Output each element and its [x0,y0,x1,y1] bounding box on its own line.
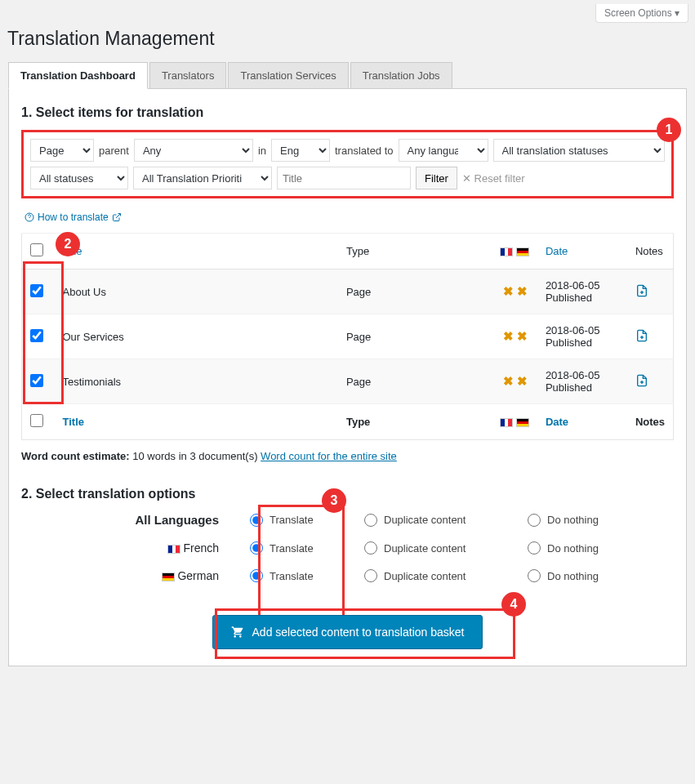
french-nothing-radio[interactable]: Do nothing [528,541,658,555]
status-fr-icon: ✖ [503,329,514,343]
french-translate-radio[interactable]: Translate [250,541,364,555]
flag-de-icon [162,572,175,581]
filter-parent-select[interactable]: Any [134,139,253,162]
callout-3: 3 [322,488,346,513]
notes-icon[interactable] [635,284,648,297]
th-type: Type [338,234,488,270]
all-translate-radio[interactable]: Translate [250,514,364,527]
german-translate-radio[interactable]: Translate [250,569,364,582]
lang-german-label: German [21,569,250,582]
flag-de-icon [516,247,529,256]
callout-4: 4 [501,592,526,617]
screen-options-label: Screen Options [604,7,672,19]
table-row: About Us Page ✖✖ 2018-06-05Published [22,270,674,314]
german-duplicate-radio[interactable]: Duplicate content [364,569,528,582]
all-duplicate-radio[interactable]: Duplicate content [364,514,528,527]
row-type: Page [338,270,488,314]
filters-panel: 1 Page parent Any in English translated … [21,130,674,198]
word-count: Word count estimate: 10 words in 3 docum… [21,450,674,462]
th-title-footer[interactable]: Title [63,416,85,428]
row-date: 2018-06-05Published [537,270,627,314]
select-all-checkbox[interactable] [30,243,43,256]
status-fr-icon: ✖ [503,284,514,298]
translation-options-grid: All Languages Translate Duplicate conten… [21,513,674,582]
how-to-translate-link[interactable]: How to translate [21,207,674,233]
section-2-title: 2. Select translation options [21,487,674,501]
row-date: 2018-06-05Published [537,359,627,404]
row-title: About Us [55,270,338,314]
filter-button[interactable]: Filter [416,167,457,189]
row-title: Our Services [55,314,338,359]
th-notes: Notes [627,234,674,270]
row-checkbox[interactable] [30,374,43,387]
flag-fr-icon [500,247,513,256]
items-table: Title Type Date Notes About Us Page ✖✖ 2… [21,233,674,440]
tabs: Translation Dashboard Translators Transl… [8,62,687,89]
th-notes-footer: Notes [627,404,674,440]
all-nothing-radio[interactable]: Do nothing [528,514,658,527]
filter-title-input[interactable] [277,167,411,189]
label-translated-to: translated to [335,145,394,157]
section-1-title: 1. Select items for translation [21,105,674,120]
lang-all-label: All Languages [21,513,250,527]
row-type: Page [338,314,488,359]
callout-2: 2 [56,232,80,256]
screen-options-button[interactable]: Screen Options ▾ [595,4,688,23]
tab-translators[interactable]: Translators [149,62,227,88]
filter-source-lang-select[interactable]: English [271,139,330,162]
page-title: Translation Management [0,23,695,62]
notes-icon[interactable] [635,329,648,342]
th-type-footer: Type [338,404,488,440]
status-de-icon: ✖ [517,284,528,298]
status-fr-icon: ✖ [503,374,514,388]
row-title: Testimonials [55,359,338,404]
lang-french-label: French [21,541,250,555]
cart-icon [231,626,244,639]
status-de-icon: ✖ [517,374,528,388]
row-checkbox[interactable] [30,284,43,297]
row-date: 2018-06-05Published [537,314,627,359]
row-type: Page [338,359,488,404]
callout-1: 1 [657,118,681,142]
th-date-footer[interactable]: Date [546,416,568,428]
filter-translation-status-select[interactable]: All translation statuses [493,139,665,162]
select-all-checkbox-footer[interactable] [30,414,43,427]
help-icon [25,212,34,222]
table-row: Testimonials Page ✖✖ 2018-06-05Published [22,359,674,404]
filter-status-select[interactable]: All statuses [30,167,128,189]
filter-target-lang-select[interactable]: Any language [399,139,488,162]
notes-icon[interactable] [635,374,648,387]
flag-fr-icon [500,418,513,427]
filter-type-select[interactable]: Page [30,139,94,162]
label-parent: parent [99,145,129,157]
reset-filter-link[interactable]: ✕ Reset filter [462,172,525,185]
external-link-icon [112,212,122,222]
french-duplicate-radio[interactable]: Duplicate content [364,541,528,555]
flag-de-icon [516,418,529,427]
table-row: Our Services Page ✖✖ 2018-06-05Published [22,314,674,359]
add-to-basket-button[interactable]: Add selected content to translation bask… [212,615,483,649]
tab-translation-services[interactable]: Translation Services [228,62,348,88]
flag-fr-icon [167,545,180,554]
row-checkbox[interactable] [30,329,43,342]
german-nothing-radio[interactable]: Do nothing [528,569,658,582]
label-in: in [258,145,266,157]
tab-translation-jobs[interactable]: Translation Jobs [350,62,452,88]
word-count-link[interactable]: Word count for the entire site [261,450,397,462]
tab-translation-dashboard[interactable]: Translation Dashboard [8,62,148,89]
filter-priority-select[interactable]: All Translation Priorities [133,167,272,189]
status-de-icon: ✖ [517,329,528,343]
th-date[interactable]: Date [546,245,568,257]
